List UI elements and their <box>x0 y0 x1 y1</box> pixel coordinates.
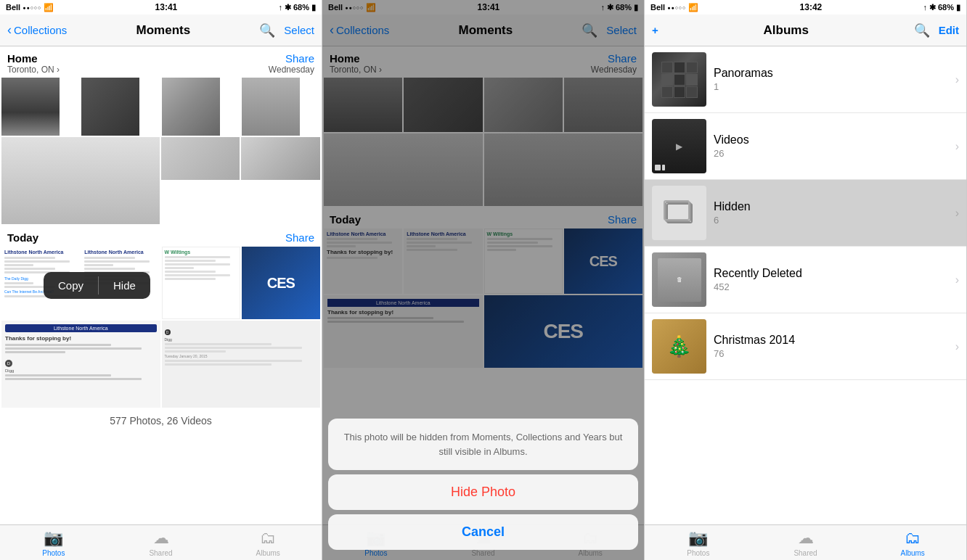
photos-icon-1: 📷 <box>44 529 63 548</box>
tab-photos-label-1: Photos <box>42 549 65 557</box>
tab-bar-1: 📷 Photos ☁ Shared 🗂 Albums <box>0 524 322 560</box>
album-thumb-christmas: 🎄 <box>652 319 706 374</box>
search-btn-1[interactable]: 🔍 <box>259 22 275 38</box>
time-3: 13:42 <box>800 2 823 12</box>
shared-icon-1: ☁ <box>153 529 169 548</box>
tab-shared-label-1: Shared <box>149 549 172 557</box>
tab-albums-3[interactable]: 🗂 Albums <box>859 529 966 557</box>
album-info-hidden: Hidden 6 <box>706 200 955 226</box>
album-info-panoramas: Panoramas 1 <box>706 67 955 92</box>
section-today-share-1[interactable]: Share <box>285 231 314 244</box>
photo-home-2-2[interactable] <box>161 137 240 180</box>
albums-nav-bar: + Albums 🔍 Edit <box>645 15 966 46</box>
battery-icon-1: ▮ <box>311 3 316 12</box>
hide-btn[interactable]: Hide <box>99 272 150 299</box>
add-album-btn[interactable]: + <box>652 24 658 36</box>
album-thumb-hidden <box>652 186 706 240</box>
photo-today-2-2[interactable]: D Digg Tuesday January 20, 2015 <box>162 321 321 408</box>
copy-hide-tooltip: Copy Hide <box>44 272 150 299</box>
photo-home-1-2[interactable] <box>81 78 139 136</box>
videos-thumbnail: ▶ <box>652 119 706 173</box>
status-left-3: Bell ●●○○○ 📶 <box>650 3 698 12</box>
section-today-header-1: Today Share <box>0 226 322 247</box>
panel-albums: Bell ●●○○○ 📶 13:42 ↑ ✱ 68% ▮ + Albums 🔍 … <box>645 0 967 560</box>
album-row-panoramas[interactable]: Panoramas 1 › <box>645 46 966 113</box>
section-home-share-1[interactable]: Share <box>269 52 314 65</box>
album-thumb-recently-deleted: 🗑 <box>652 252 706 307</box>
album-info-christmas: Christmas 2014 76 <box>706 334 955 359</box>
edit-btn[interactable]: Edit <box>939 24 959 36</box>
album-thumb-videos: ▶ <box>652 119 706 173</box>
panoramas-chevron: › <box>955 73 959 86</box>
album-row-recently-deleted[interactable]: 🗑 Recently Deleted 452 › <box>645 247 966 313</box>
photo-today-1-4[interactable]: CES <box>242 247 320 319</box>
back-btn-1[interactable]: ‹ Collections <box>7 22 67 38</box>
signal-dots-1: ●●○○○ <box>23 5 41 10</box>
album-count-panoramas: 1 <box>714 81 948 92</box>
select-btn-1[interactable]: Select <box>284 24 314 36</box>
nav-title-1: Moments <box>136 23 191 38</box>
tab-albums-1[interactable]: 🗂 Albums <box>214 529 322 557</box>
battery-icon-3: ▮ <box>956 3 960 12</box>
album-name-panoramas: Panoramas <box>714 67 948 80</box>
wifi-icon-3: 📶 <box>688 3 698 12</box>
album-info-videos: Videos 26 <box>706 133 955 159</box>
recently-deleted-thumbnail: 🗑 <box>652 252 706 307</box>
back-chevron-1: ‹ <box>7 22 12 38</box>
ces-logo: CES <box>242 247 320 319</box>
album-name-videos: Videos <box>714 133 948 147</box>
albums-search-btn[interactable]: 🔍 <box>914 22 930 38</box>
tab-shared-3[interactable]: ☁ Shared <box>752 529 860 557</box>
section-home-info-1: Home Toronto, ON › <box>7 52 60 75</box>
christmas-chevron: › <box>955 340 959 353</box>
cancel-btn[interactable]: Cancel <box>328 514 638 550</box>
album-info-recently-deleted: Recently Deleted 452 <box>706 267 955 292</box>
photo-home-1-3[interactable] <box>162 78 220 136</box>
tab-photos-3[interactable]: 📷 Photos <box>645 529 752 557</box>
copy-btn[interactable]: Copy <box>44 272 98 299</box>
album-row-hidden[interactable]: Hidden 6 › <box>645 180 966 247</box>
album-count-hidden: 6 <box>714 215 948 226</box>
back-label-1: Collections <box>14 24 67 36</box>
album-count-videos: 26 <box>714 148 948 159</box>
album-row-christmas[interactable]: 🎄 Christmas 2014 76 › <box>645 313 966 380</box>
tab-photos-label-3: Photos <box>687 549 709 557</box>
shared-icon-3: ☁ <box>798 529 814 548</box>
time-1: 13:41 <box>155 2 178 12</box>
panel-moments-tooltip: Bell ●●○○○ 📶 13:41 ↑ ✱ 68% ▮ ‹ Collectio… <box>0 0 322 560</box>
action-sheet: This photo will be hidden from Moments, … <box>322 419 644 560</box>
photo-today-1-3[interactable]: W Wiltings <box>162 247 240 319</box>
status-right-3: ↑ ✱ 68% ▮ <box>923 3 960 12</box>
nav-bar-1: ‹ Collections Moments 🔍 Select <box>0 15 322 46</box>
photo-grid-today-2: Lithstone North America Thanks for stopp… <box>0 319 322 408</box>
photo-today-2-1[interactable]: Lithstone North America Thanks for stopp… <box>1 321 160 408</box>
tab-photos-1[interactable]: 📷 Photos <box>0 529 107 557</box>
battery-3: 68% <box>938 3 954 12</box>
photo-home-2-3[interactable] <box>241 137 320 180</box>
photo-home-1-4[interactable] <box>242 78 300 136</box>
album-name-recently-deleted: Recently Deleted <box>714 267 948 280</box>
photos-icon-3: 📷 <box>688 529 708 548</box>
status-left-1: Bell ●●○○○ 📶 <box>6 3 54 12</box>
photo-home-1-1[interactable] <box>1 78 60 136</box>
status-bar-1: Bell ●●○○○ 📶 13:41 ↑ ✱ 68% ▮ <box>0 0 322 15</box>
panel-moments-actionsheet: Bell ●●○○○ 📶 13:41 ↑ ✱ 68% ▮ ‹ Collectio… <box>322 0 645 560</box>
status-right-1: ↑ ✱ 68% ▮ <box>278 3 316 12</box>
album-row-videos[interactable]: ▶ Videos 26 › <box>645 113 966 180</box>
videos-chevron: › <box>955 140 959 153</box>
hide-photo-btn[interactable]: Hide Photo <box>328 474 638 510</box>
tab-albums-label-3: Albums <box>901 549 925 557</box>
albums-icon-3: 🗂 <box>905 529 921 548</box>
photo-home-2-tall[interactable] <box>1 137 160 224</box>
location-icon-1: ↑ <box>278 3 282 12</box>
section-home-day-1: Wednesday <box>269 65 314 75</box>
recently-deleted-chevron: › <box>955 273 959 287</box>
album-name-christmas: Christmas 2014 <box>714 334 948 347</box>
album-list: Panoramas 1 › ▶ Videos 26 <box>645 46 966 524</box>
albums-nav-title: Albums <box>764 23 809 38</box>
photo-grid-home-1 <box>0 78 322 136</box>
photos-count-1: 577 Photos, 26 Videos <box>0 408 322 434</box>
hide-message-text: This photo will be hidden from Moments, … <box>344 432 623 457</box>
tab-shared-1[interactable]: ☁ Shared <box>107 529 215 557</box>
tab-bar-3: 📷 Photos ☁ Shared 🗂 Albums <box>645 524 966 560</box>
